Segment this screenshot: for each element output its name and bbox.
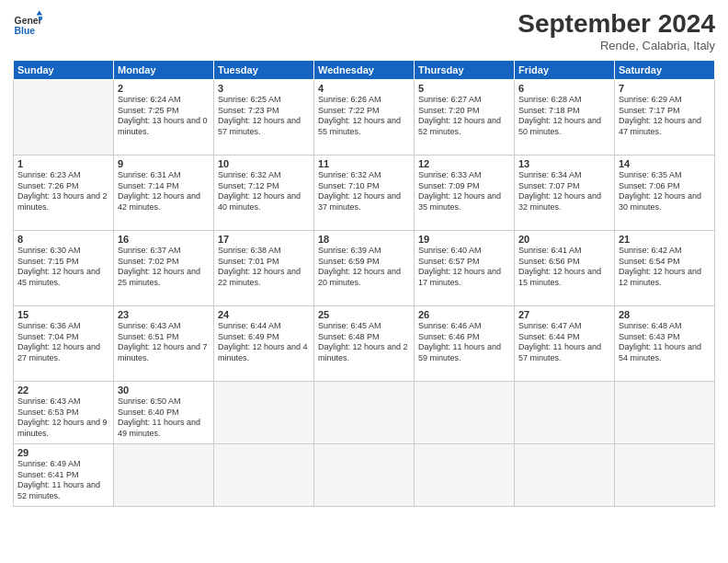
day-info: Sunrise: 6:25 AM Sunset: 7:23 PM Dayligh… <box>218 95 310 138</box>
day-info: Sunrise: 6:43 AM Sunset: 6:53 PM Dayligh… <box>17 396 109 440</box>
day-number: 26 <box>418 309 510 320</box>
calendar-cell <box>214 382 314 444</box>
day-number: 5 <box>418 83 510 94</box>
day-number: 20 <box>518 234 610 245</box>
day-number: 4 <box>318 83 410 94</box>
day-number: 18 <box>318 234 410 245</box>
day-number: 14 <box>619 158 711 169</box>
day-number: 23 <box>118 309 210 320</box>
day-info: Sunrise: 6:32 AM Sunset: 7:12 PM Dayligh… <box>218 170 310 213</box>
day-number: 24 <box>218 309 310 320</box>
calendar-cell: 9 Sunrise: 6:31 AM Sunset: 7:14 PM Dayli… <box>114 155 214 231</box>
day-info: Sunrise: 6:43 AM Sunset: 6:51 PM Dayligh… <box>118 321 210 364</box>
day-number: 28 <box>619 309 711 320</box>
day-number: 11 <box>318 158 410 169</box>
logo-icon: General Blue <box>13 9 42 39</box>
calendar-cell: 28 Sunrise: 6:48 AM Sunset: 6:43 PM Dayl… <box>615 306 715 382</box>
day-info: Sunrise: 6:36 AM Sunset: 7:04 PM Dayligh… <box>17 321 109 364</box>
day-info: Sunrise: 6:41 AM Sunset: 6:56 PM Dayligh… <box>518 246 610 289</box>
calendar-cell <box>14 80 114 155</box>
calendar-cell: 13 Sunrise: 6:34 AM Sunset: 7:07 PM Dayl… <box>515 155 615 231</box>
calendar-cell <box>515 444 615 507</box>
title-block: September 2024 Rende, Calabria, Italy <box>518 9 715 52</box>
day-number: 22 <box>17 385 109 396</box>
calendar-cell <box>515 382 615 444</box>
calendar-cell: 1 Sunrise: 6:23 AM Sunset: 7:26 PM Dayli… <box>14 155 114 231</box>
calendar-cell: 15 Sunrise: 6:36 AM Sunset: 7:04 PM Dayl… <box>14 306 114 382</box>
calendar-cell: 12 Sunrise: 6:33 AM Sunset: 7:09 PM Dayl… <box>415 155 515 231</box>
day-info: Sunrise: 6:28 AM Sunset: 7:18 PM Dayligh… <box>518 95 610 138</box>
day-number: 13 <box>518 158 610 169</box>
day-info: Sunrise: 6:38 AM Sunset: 7:01 PM Dayligh… <box>218 246 310 289</box>
calendar-cell: 26 Sunrise: 6:46 AM Sunset: 6:46 PM Dayl… <box>415 306 515 382</box>
day-info: Sunrise: 6:29 AM Sunset: 7:17 PM Dayligh… <box>619 95 711 138</box>
day-info: Sunrise: 6:49 AM Sunset: 6:41 PM Dayligh… <box>17 459 109 502</box>
calendar-cell: 17 Sunrise: 6:38 AM Sunset: 7:01 PM Dayl… <box>214 231 314 306</box>
calendar-cell <box>415 382 515 444</box>
col-thursday: Thursday <box>415 61 515 80</box>
day-number: 7 <box>619 83 711 94</box>
calendar-header-row: Sunday Monday Tuesday Wednesday Thursday… <box>14 61 715 80</box>
day-info: Sunrise: 6:24 AM Sunset: 7:25 PM Dayligh… <box>118 95 210 138</box>
day-number: 10 <box>218 158 310 169</box>
calendar-cell: 18 Sunrise: 6:39 AM Sunset: 6:59 PM Dayl… <box>314 231 415 306</box>
calendar-cell <box>615 444 715 507</box>
svg-text:Blue: Blue <box>15 26 36 36</box>
calendar-cell: 11 Sunrise: 6:32 AM Sunset: 7:10 PM Dayl… <box>314 155 415 231</box>
day-info: Sunrise: 6:47 AM Sunset: 6:44 PM Dayligh… <box>518 321 610 364</box>
calendar-cell: 6 Sunrise: 6:28 AM Sunset: 7:18 PM Dayli… <box>515 80 615 155</box>
calendar-cell: 22 Sunrise: 6:43 AM Sunset: 6:53 PM Dayl… <box>14 382 114 444</box>
day-info: Sunrise: 6:42 AM Sunset: 6:54 PM Dayligh… <box>619 246 711 289</box>
svg-marker-2 <box>37 11 42 16</box>
day-info: Sunrise: 6:50 AM Sunset: 6:40 PM Dayligh… <box>118 396 210 440</box>
day-number: 16 <box>118 234 210 245</box>
calendar-cell: 7 Sunrise: 6:29 AM Sunset: 7:17 PM Dayli… <box>615 80 715 155</box>
calendar-cell <box>114 444 214 507</box>
day-info: Sunrise: 6:44 AM Sunset: 6:49 PM Dayligh… <box>218 321 310 364</box>
calendar-cell: 3 Sunrise: 6:25 AM Sunset: 7:23 PM Dayli… <box>214 80 314 155</box>
day-info: Sunrise: 6:46 AM Sunset: 6:46 PM Dayligh… <box>418 321 510 364</box>
day-number: 8 <box>17 234 109 245</box>
day-number: 9 <box>118 158 210 169</box>
calendar-cell: 16 Sunrise: 6:37 AM Sunset: 7:02 PM Dayl… <box>114 231 214 306</box>
calendar-cell <box>214 444 314 507</box>
calendar-cell <box>314 382 415 444</box>
day-info: Sunrise: 6:23 AM Sunset: 7:26 PM Dayligh… <box>17 170 109 213</box>
calendar-cell: 23 Sunrise: 6:43 AM Sunset: 6:51 PM Dayl… <box>114 306 214 382</box>
calendar-cell <box>615 382 715 444</box>
calendar-cell: 25 Sunrise: 6:45 AM Sunset: 6:48 PM Dayl… <box>314 306 415 382</box>
col-wednesday: Wednesday <box>314 61 415 80</box>
day-info: Sunrise: 6:40 AM Sunset: 6:57 PM Dayligh… <box>418 246 510 289</box>
day-info: Sunrise: 6:34 AM Sunset: 7:07 PM Dayligh… <box>518 170 610 213</box>
calendar-cell: 21 Sunrise: 6:42 AM Sunset: 6:54 PM Dayl… <box>615 231 715 306</box>
calendar-cell: 10 Sunrise: 6:32 AM Sunset: 7:12 PM Dayl… <box>214 155 314 231</box>
day-info: Sunrise: 6:39 AM Sunset: 6:59 PM Dayligh… <box>318 246 410 289</box>
day-number: 21 <box>619 234 711 245</box>
calendar-cell: 8 Sunrise: 6:30 AM Sunset: 7:15 PM Dayli… <box>14 231 114 306</box>
day-info: Sunrise: 6:33 AM Sunset: 7:09 PM Dayligh… <box>418 170 510 213</box>
day-info: Sunrise: 6:48 AM Sunset: 6:43 PM Dayligh… <box>619 321 711 364</box>
day-number: 12 <box>418 158 510 169</box>
day-number: 3 <box>218 83 310 94</box>
day-info: Sunrise: 6:35 AM Sunset: 7:06 PM Dayligh… <box>619 170 711 213</box>
col-monday: Monday <box>114 61 214 80</box>
calendar-cell: 4 Sunrise: 6:26 AM Sunset: 7:22 PM Dayli… <box>314 80 415 155</box>
col-saturday: Saturday <box>615 61 715 80</box>
day-info: Sunrise: 6:45 AM Sunset: 6:48 PM Dayligh… <box>318 321 410 364</box>
day-info: Sunrise: 6:27 AM Sunset: 7:20 PM Dayligh… <box>418 95 510 138</box>
calendar-cell: 19 Sunrise: 6:40 AM Sunset: 6:57 PM Dayl… <box>415 231 515 306</box>
day-number: 27 <box>518 309 610 320</box>
svg-text:General: General <box>15 16 42 26</box>
day-number: 29 <box>17 447 109 458</box>
day-info: Sunrise: 6:37 AM Sunset: 7:02 PM Dayligh… <box>118 246 210 289</box>
col-tuesday: Tuesday <box>214 61 314 80</box>
month-year-title: September 2024 <box>518 9 715 39</box>
calendar-cell: 30 Sunrise: 6:50 AM Sunset: 6:40 PM Dayl… <box>114 382 214 444</box>
location-subtitle: Rende, Calabria, Italy <box>518 39 715 52</box>
day-info: Sunrise: 6:31 AM Sunset: 7:14 PM Dayligh… <box>118 170 210 213</box>
col-friday: Friday <box>515 61 615 80</box>
logo: General Blue <box>13 9 46 39</box>
day-info: Sunrise: 6:30 AM Sunset: 7:15 PM Dayligh… <box>17 246 109 289</box>
calendar-cell: 29 Sunrise: 6:49 AM Sunset: 6:41 PM Dayl… <box>14 444 114 507</box>
day-number: 6 <box>518 83 610 94</box>
